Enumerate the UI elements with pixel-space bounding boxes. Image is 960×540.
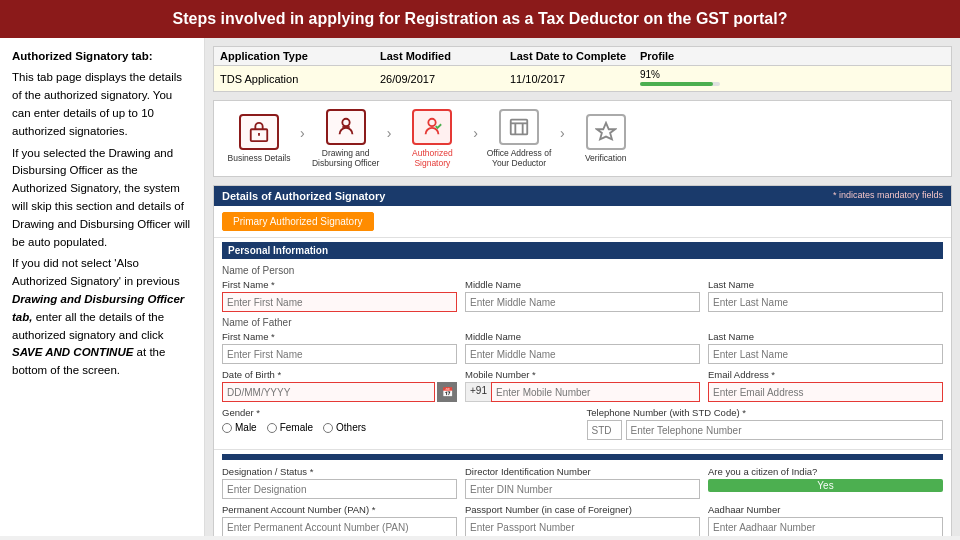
calendar-button[interactable]: 📅 [437, 382, 457, 402]
gender-field: Gender * Male Female [222, 407, 579, 433]
gender-male-option[interactable]: Male [222, 422, 257, 433]
pan-field: Permanent Account Number (PAN) * [222, 504, 457, 536]
father-first-name-input[interactable] [222, 344, 457, 364]
passport-label: Passport Number (in case of Foreigner) [465, 504, 700, 515]
middle-name-input[interactable] [465, 292, 700, 312]
dob-mobile-row: Date of Birth * 📅 Mobile Number * +91 [222, 369, 943, 402]
panel-text-3: If you did not select 'Also Authorized S… [12, 255, 192, 380]
tel-number-input[interactable] [626, 420, 944, 440]
aadhaar-input[interactable] [708, 517, 943, 536]
email-input[interactable] [708, 382, 943, 402]
gender-female-label: Female [280, 422, 313, 433]
cell-last-date: 11/10/2017 [510, 73, 640, 85]
step-icon-auth [412, 109, 452, 145]
left-panel: Authorized Signatory tab: This tab page … [0, 38, 205, 536]
steps-bar: Business Details › Drawing and Disbursin… [213, 100, 952, 177]
signatory-tabs: Primary Authorized Signatory [214, 206, 951, 237]
svg-rect-5 [511, 120, 528, 135]
email-field-container: Email Address * [708, 369, 943, 402]
first-name-field: First Name * [222, 279, 457, 312]
middle-name-field: Middle Name [465, 279, 700, 312]
gender-others-option[interactable]: Others [323, 422, 366, 433]
pan-input[interactable] [222, 517, 457, 536]
svg-point-2 [342, 119, 349, 126]
col-profile: Profile [640, 50, 720, 62]
personal-section-title: Personal Information [222, 242, 943, 259]
arrow-3: › [473, 125, 478, 141]
table-row: TDS Application 26/09/2017 11/10/2017 91… [214, 66, 951, 91]
din-input[interactable] [465, 479, 700, 499]
step-verification[interactable]: Verification [571, 114, 641, 163]
last-name-input[interactable] [708, 292, 943, 312]
name-of-father-label: Name of Father [222, 317, 943, 328]
citizen-value: Yes [817, 480, 833, 491]
tab-primary-signatory[interactable]: Primary Authorized Signatory [222, 212, 374, 231]
father-last-name-label: Last Name [708, 331, 943, 342]
country-code: +91 [465, 382, 491, 402]
panel-text-1: This tab page displays the details of th… [12, 69, 192, 140]
identity-section: Designation / Status * Director Identifi… [214, 449, 951, 536]
col-app-type: Application Type [220, 50, 380, 62]
step-business-details[interactable]: Business Details [224, 114, 294, 163]
citizen-toggle-button[interactable]: Yes [708, 479, 943, 492]
identity-row-1: Designation / Status * Director Identifi… [222, 466, 943, 499]
svg-point-4 [429, 119, 436, 126]
pan-label: Permanent Account Number (PAN) * [222, 504, 457, 515]
gender-female-radio[interactable] [267, 423, 277, 433]
father-middle-name-input[interactable] [465, 344, 700, 364]
passport-field: Passport Number (in case of Foreigner) [465, 504, 700, 536]
father-middle-name-field: Middle Name [465, 331, 700, 364]
designation-input[interactable] [222, 479, 457, 499]
identity-row-2: Permanent Account Number (PAN) * Passpor… [222, 504, 943, 536]
name-row: First Name * Middle Name Last Name [222, 279, 943, 312]
progress-bar-container [640, 82, 720, 86]
gender-tel-row: Gender * Male Female [222, 407, 943, 440]
gender-label: Gender * [222, 407, 579, 418]
first-name-label: First Name * [222, 279, 457, 290]
dob-input[interactable] [222, 382, 435, 402]
step-label-drawing: Drawing and Disbursing Officer [311, 148, 381, 168]
din-label: Director Identification Number [465, 466, 700, 477]
dob-field-container: Date of Birth * 📅 [222, 369, 457, 402]
arrow-2: › [387, 125, 392, 141]
step-office-address[interactable]: Office Address of Your Deductor [484, 109, 554, 168]
middle-name-label: Middle Name [465, 279, 700, 290]
step-icon-verify [586, 114, 626, 150]
cell-profile: 91% [640, 69, 720, 88]
last-name-label: Last Name [708, 279, 943, 290]
step-icon-drawing [326, 109, 366, 145]
mandatory-note: * indicates mandatory fields [833, 190, 943, 200]
citizen-field: Are you a citizen of India? Yes [708, 466, 943, 492]
bold-ref-1: Drawing and Disbursing Officer tab, [12, 293, 184, 323]
cell-last-modified: 26/09/2017 [380, 73, 510, 85]
step-label-business: Business Details [228, 153, 291, 163]
col-last-date: Last Date to Complete [510, 50, 640, 62]
citizen-label: Are you a citizen of India? [708, 466, 943, 477]
step-auth-signatory[interactable]: Authorized Signatory [397, 109, 467, 168]
form-title: Details of Authorized Signatory [222, 190, 385, 202]
last-name-field: Last Name [708, 279, 943, 312]
std-input[interactable] [587, 420, 622, 440]
father-last-name-input[interactable] [708, 344, 943, 364]
mobile-label: Mobile Number * [465, 369, 700, 380]
gender-female-option[interactable]: Female [267, 422, 313, 433]
right-panel: Application Type Last Modified Last Date… [205, 38, 960, 536]
gender-others-radio[interactable] [323, 423, 333, 433]
first-name-input[interactable] [222, 292, 457, 312]
mobile-input[interactable] [491, 382, 700, 402]
gender-options: Male Female Others [222, 422, 579, 433]
gender-others-label: Others [336, 422, 366, 433]
step-label-verify: Verification [585, 153, 627, 163]
din-field: Director Identification Number [465, 466, 700, 499]
mobile-field-container: Mobile Number * +91 [465, 369, 700, 402]
dob-input-group: 📅 [222, 382, 457, 402]
profile-percent: 91% [640, 69, 720, 80]
gender-male-radio[interactable] [222, 423, 232, 433]
step-drawing-officer[interactable]: Drawing and Disbursing Officer [311, 109, 381, 168]
passport-input[interactable] [465, 517, 700, 536]
aadhaar-label: Aadhaar Number [708, 504, 943, 515]
progress-bar-fill [640, 82, 713, 86]
step-label-office: Office Address of Your Deductor [484, 148, 554, 168]
col-last-modified: Last Modified [380, 50, 510, 62]
personal-info-section: Personal Information Name of Person Firs… [214, 237, 951, 449]
